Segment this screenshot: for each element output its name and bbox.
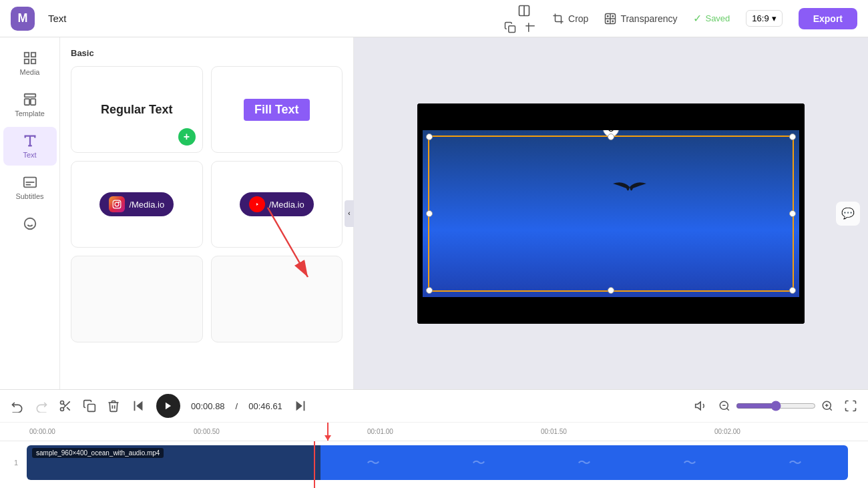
aspect-ratio-value: 16:9 bbox=[752, 13, 769, 23]
ig-badge: /Media.io bbox=[99, 192, 174, 216]
volume-icon bbox=[694, 399, 708, 413]
saved-label: Saved bbox=[705, 13, 730, 23]
instagram-icon bbox=[109, 196, 125, 212]
text-panel: Basic Regular Text + Fill Text /Media.io bbox=[60, 37, 354, 389]
copy-media-button[interactable] bbox=[83, 399, 96, 413]
text-cards-grid: Regular Text + Fill Text /Media.io bbox=[71, 66, 343, 342]
topbar: M Text Crop bbox=[0, 0, 868, 37]
yt-badge: /Media.io bbox=[240, 192, 314, 216]
copy-icon[interactable] bbox=[504, 21, 516, 33]
grid-icon bbox=[23, 51, 37, 65]
time-separator: / bbox=[236, 401, 238, 411]
fill-text-label: Fill Text bbox=[244, 99, 310, 121]
panel-collapse-button[interactable]: ‹ bbox=[345, 200, 354, 227]
svg-rect-8 bbox=[24, 53, 28, 57]
waveform-3: 〜 bbox=[578, 454, 591, 472]
svg-point-23 bbox=[119, 202, 120, 202]
volume-button[interactable] bbox=[694, 399, 708, 413]
ig-text-card[interactable]: /Media.io bbox=[71, 161, 203, 248]
regular-text-card[interactable]: Regular Text + bbox=[71, 66, 203, 153]
waveform-1: 〜 bbox=[367, 454, 380, 472]
waveform-2: 〜 bbox=[472, 454, 485, 472]
canvas-area: ‹ ↻ bbox=[354, 37, 868, 389]
svg-rect-10 bbox=[24, 59, 28, 63]
svg-rect-12 bbox=[24, 94, 35, 97]
svg-marker-33 bbox=[696, 402, 701, 410]
svg-point-4 bbox=[608, 15, 609, 17]
svg-point-5 bbox=[612, 15, 614, 17]
subtitles-icon bbox=[23, 175, 37, 190]
sidebar-item-media[interactable]: Media bbox=[3, 44, 57, 83]
video-canvas: ↻ bbox=[417, 103, 805, 324]
topbar-action-icons bbox=[504, 4, 536, 33]
sidebar: Media Template Text Subtitles bbox=[0, 37, 60, 389]
export-button[interactable]: Export bbox=[799, 8, 857, 29]
fill-text-card[interactable]: Fill Text bbox=[211, 66, 343, 153]
crop-tool[interactable]: Crop bbox=[552, 13, 588, 25]
zoom-in-button[interactable] bbox=[821, 400, 833, 412]
zoom-slider bbox=[718, 400, 833, 412]
app-logo: M bbox=[11, 7, 35, 31]
logo-letter: M bbox=[18, 11, 28, 25]
empty-card-1 bbox=[71, 256, 203, 342]
skip-back-button[interactable] bbox=[131, 399, 146, 413]
zoom-out-icon bbox=[718, 400, 730, 412]
bird-silhouette bbox=[610, 174, 650, 200]
timeline-tracks: 1 〜 〜 〜 〜 〜 sample_960×400_ocean_with_au… bbox=[0, 441, 868, 488]
undo-icon bbox=[11, 399, 24, 413]
svg-line-30 bbox=[63, 404, 65, 406]
sidebar-media-label: Media bbox=[20, 68, 40, 76]
aspect-ratio-select[interactable]: 16:9 ▾ bbox=[746, 10, 782, 27]
sidebar-item-template[interactable]: Template bbox=[3, 85, 57, 124]
redo-icon bbox=[35, 399, 48, 413]
svg-point-18 bbox=[24, 218, 35, 230]
video-frame[interactable]: ↻ bbox=[417, 103, 805, 324]
sidebar-item-sticker[interactable] bbox=[3, 210, 57, 240]
yt-text-card[interactable]: /Media.io bbox=[211, 161, 343, 248]
track-segment-blue: 〜 〜 〜 〜 〜 bbox=[320, 445, 848, 480]
yt-handle: /Media.io bbox=[269, 200, 304, 210]
track-clip[interactable]: 〜 〜 〜 〜 〜 sample_960×400_ocean_with_audi… bbox=[27, 445, 848, 480]
svg-rect-21 bbox=[114, 200, 122, 208]
zoom-out-button[interactable] bbox=[718, 400, 730, 412]
track-filename-label: sample_960×400_ocean_with_audio.mp4 bbox=[32, 448, 164, 458]
flip-horizontal-icon[interactable] bbox=[517, 4, 531, 17]
sidebar-item-text[interactable]: Text bbox=[3, 127, 57, 166]
timeline: 00:00.00 00:00.50 00:01.00 00:01.50 00:0… bbox=[0, 423, 868, 488]
transparency-tool[interactable]: Transparency bbox=[604, 13, 677, 25]
undo-button[interactable] bbox=[11, 399, 24, 413]
ruler-playhead bbox=[327, 423, 329, 441]
template-icon bbox=[23, 92, 37, 107]
zoom-range-input[interactable] bbox=[736, 401, 816, 411]
skip-forward-button[interactable] bbox=[293, 399, 308, 413]
canvas-chat-button[interactable]: 💬 bbox=[836, 202, 860, 226]
ruler-mark-4: 00:02.00 bbox=[714, 428, 740, 435]
svg-point-6 bbox=[608, 21, 609, 22]
cut-button[interactable] bbox=[59, 399, 72, 413]
play-button[interactable] bbox=[156, 394, 180, 418]
waveform-4: 〜 bbox=[683, 454, 696, 472]
ruler-mark-3: 00:01.50 bbox=[541, 428, 567, 435]
svg-line-29 bbox=[67, 407, 70, 411]
svg-line-35 bbox=[726, 408, 728, 410]
text-icon bbox=[23, 134, 37, 148]
sidebar-item-subtitles[interactable]: Subtitles bbox=[3, 168, 57, 207]
add-regular-text-button[interactable]: + bbox=[178, 128, 196, 146]
page-title: Text bbox=[48, 13, 67, 24]
youtube-icon bbox=[249, 196, 265, 212]
canvas-right-tools: 💬 bbox=[836, 202, 860, 226]
video-bottom-bar bbox=[417, 297, 805, 324]
redo-button[interactable] bbox=[35, 399, 48, 413]
timeline-ruler: 00:00.00 00:00.50 00:01.00 00:01.50 00:0… bbox=[0, 423, 868, 441]
crop-label: Crop bbox=[568, 13, 588, 24]
video-content[interactable]: ↻ bbox=[423, 130, 799, 297]
svg-rect-31 bbox=[88, 405, 95, 412]
crop-resize-icon[interactable] bbox=[524, 21, 536, 33]
svg-rect-13 bbox=[24, 99, 29, 105]
saved-badge: ✓ Saved bbox=[693, 12, 730, 25]
sidebar-text-label: Text bbox=[23, 151, 36, 159]
panel-section-title: Basic bbox=[71, 48, 343, 58]
delete-button[interactable] bbox=[107, 399, 120, 413]
delete-icon bbox=[107, 399, 120, 413]
fullscreen-button[interactable] bbox=[844, 399, 857, 413]
